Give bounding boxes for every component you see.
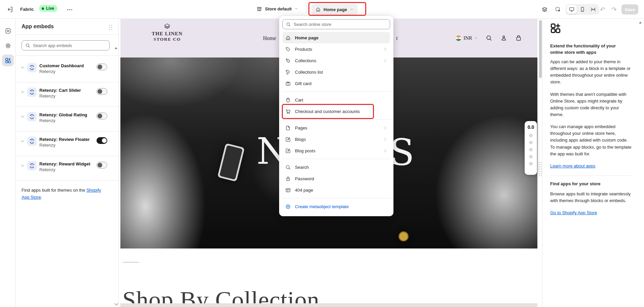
nav-item-home[interactable]: Home bbox=[263, 35, 276, 41]
preview-horizontal-scrollbar[interactable] bbox=[120, 303, 537, 307]
learn-more-link[interactable]: Learn more about apps bbox=[550, 163, 595, 168]
storefront-header-actions: INR bbox=[456, 35, 522, 41]
collections-icon bbox=[285, 58, 291, 64]
currency-selector[interactable]: INR bbox=[456, 35, 478, 41]
menu-item-blog-posts[interactable]: Blog posts bbox=[282, 145, 390, 156]
section-title: Shop By Collection bbox=[122, 286, 319, 303]
embed-toggle[interactable] bbox=[97, 64, 107, 70]
embed-toggle[interactable] bbox=[97, 113, 107, 119]
panel-resize-handle[interactable] bbox=[538, 161, 542, 177]
search-icon bbox=[25, 43, 30, 48]
rail-app-embeds-button[interactable] bbox=[2, 54, 14, 66]
chevron-right-icon bbox=[383, 59, 387, 63]
chevron-down-icon[interactable] bbox=[21, 90, 25, 94]
star-icon: ☆ bbox=[529, 139, 533, 146]
blog-post-icon bbox=[285, 148, 291, 154]
tag-icon bbox=[285, 46, 291, 52]
scroll-up-icon[interactable] bbox=[639, 22, 642, 24]
info-heading: Extend the functionality of your online … bbox=[550, 43, 629, 56]
gear-icon bbox=[5, 42, 11, 49]
embed-toggle[interactable] bbox=[97, 88, 107, 95]
page-selector-dropdown: Home page Products Collections Collectio… bbox=[279, 16, 393, 216]
nav-item-partial[interactable]: t bbox=[396, 35, 397, 41]
rail-sections-button[interactable] bbox=[2, 25, 14, 37]
desktop-icon bbox=[569, 6, 575, 12]
review-floater-widget[interactable]: 0.0 ☆ ☆ ☆ ☆ ☆ bbox=[525, 121, 537, 175]
embed-toggle[interactable] bbox=[97, 162, 107, 168]
cart-bag-icon[interactable] bbox=[515, 35, 522, 41]
retenzy-app-icon bbox=[27, 137, 37, 146]
star-icon: ☆ bbox=[529, 153, 533, 160]
app-embeds-search[interactable] bbox=[22, 40, 110, 50]
menu-item-password[interactable]: Password bbox=[282, 173, 390, 184]
retenzy-app-icon bbox=[27, 161, 37, 170]
star-icon: ☆ bbox=[529, 132, 533, 139]
chevron-down-icon[interactable] bbox=[21, 164, 25, 168]
menu-divider bbox=[282, 91, 391, 92]
app-store-link[interactable]: Go to Shopify App Store bbox=[550, 210, 597, 215]
menu-item-404[interactable]: 404 page bbox=[282, 184, 390, 196]
menu-item-checkout[interactable]: Checkout and customer accounts bbox=[282, 106, 390, 117]
online-store-search[interactable] bbox=[282, 19, 390, 29]
chevron-down-icon bbox=[294, 7, 298, 11]
chevron-right-icon bbox=[383, 126, 387, 130]
page-selector-button[interactable]: Home page bbox=[311, 4, 358, 15]
chevron-right-icon bbox=[383, 149, 387, 153]
dropdown-search-input[interactable] bbox=[294, 22, 387, 27]
menu-item-collections[interactable]: Collections bbox=[282, 55, 390, 66]
embed-row-reward-widget: Retenzy: Reward Widget Retenzy bbox=[16, 156, 118, 180]
mobile-view-button[interactable] bbox=[577, 5, 588, 14]
menu-divider bbox=[282, 198, 391, 198]
store-logo[interactable]: THE LINEN STORE CO bbox=[149, 23, 186, 42]
exit-icon bbox=[7, 6, 13, 13]
editor-rail bbox=[0, 19, 16, 307]
chevron-down-icon[interactable] bbox=[21, 115, 25, 119]
info-paragraph: You can manage apps embedded throughout … bbox=[550, 123, 632, 157]
exit-editor-button[interactable] bbox=[5, 5, 15, 14]
menu-item-pages[interactable]: Pages bbox=[282, 122, 390, 133]
scroll-down-icon[interactable] bbox=[114, 303, 118, 306]
star-icon: ☆ bbox=[529, 146, 533, 153]
menu-item-search[interactable]: Search bbox=[282, 161, 390, 173]
inspector-cursor-icon bbox=[555, 6, 561, 13]
menu-item-gift-card[interactable]: Gift card bbox=[282, 78, 390, 89]
desktop-view-button[interactable] bbox=[567, 5, 577, 14]
linen-stack-icon bbox=[160, 23, 174, 30]
menu-item-blogs[interactable]: Blogs bbox=[282, 133, 390, 145]
search-icon[interactable] bbox=[486, 35, 492, 41]
search-input[interactable] bbox=[33, 43, 106, 48]
live-badge: Live bbox=[39, 5, 58, 12]
fullscreen-view-button[interactable] bbox=[588, 5, 598, 14]
inspect-section-button[interactable] bbox=[553, 5, 563, 14]
info-body: Apps can be added to your theme in diffe… bbox=[550, 59, 632, 217]
star-icon: ☆ bbox=[529, 160, 533, 167]
chevron-down-icon bbox=[474, 36, 478, 40]
section-divider bbox=[123, 262, 139, 263]
redo-button[interactable]: ↷ bbox=[609, 5, 619, 14]
chevron-down-icon[interactable] bbox=[21, 66, 25, 70]
app-extensions-button[interactable] bbox=[539, 5, 550, 14]
menu-item-create-metaobject[interactable]: Create metaobject template bbox=[282, 201, 390, 212]
more-actions-button[interactable]: ⋯ bbox=[65, 5, 75, 14]
chevron-down-icon[interactable] bbox=[21, 139, 25, 143]
retenzy-app-icon bbox=[27, 112, 37, 121]
scroll-up-icon[interactable] bbox=[115, 47, 117, 49]
layers-icon bbox=[541, 6, 548, 13]
rating-value: 0.0 bbox=[528, 124, 534, 130]
store-default-selector[interactable]: Store default bbox=[256, 6, 298, 12]
menu-item-collections-list[interactable]: Collections list bbox=[282, 66, 390, 78]
theme-editor: Fabric Live ⋯ Store default Home page bbox=[0, 0, 644, 307]
rail-theme-settings-button[interactable] bbox=[2, 40, 14, 51]
menu-item-products[interactable]: Products bbox=[282, 43, 390, 55]
fullscreen-icon bbox=[590, 6, 596, 12]
panel-drag-handle-icon[interactable] bbox=[109, 24, 113, 30]
preview-vertical-scrollbar[interactable] bbox=[539, 20, 542, 78]
chevron-down-icon bbox=[350, 7, 354, 11]
menu-item-cart[interactable]: Cart bbox=[282, 94, 390, 106]
account-icon[interactable] bbox=[500, 35, 507, 41]
embed-toggle[interactable] bbox=[97, 137, 107, 144]
embed-row-cart-slider: Retenzy: Cart Slider Retenzy bbox=[16, 82, 118, 107]
menu-item-home-page[interactable]: Home page bbox=[282, 32, 390, 43]
undo-button[interactable]: ↶ bbox=[598, 5, 607, 14]
save-button[interactable]: Save bbox=[621, 4, 638, 14]
